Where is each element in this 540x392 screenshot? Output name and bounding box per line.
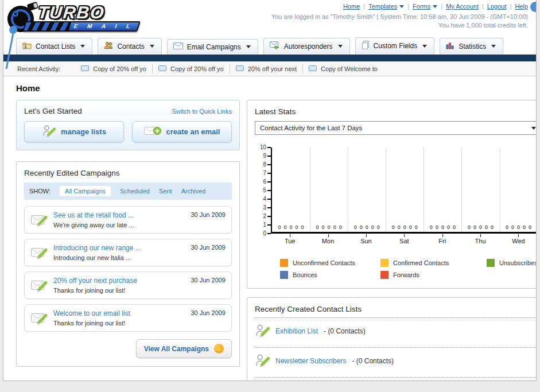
- dotted-divider: [255, 377, 537, 378]
- y-tick-label: 9: [263, 153, 266, 159]
- header-links: Home| Templates| Forms| My Account| Logo…: [343, 3, 528, 10]
- help-bubble-icon[interactable]: [530, 2, 537, 12]
- header-link-forms[interactable]: Forms: [413, 3, 437, 10]
- recent-activity-item[interactable]: Copy of 20% off yo: [153, 64, 230, 73]
- view-all-campaigns-button[interactable]: View All Campaigns →: [136, 339, 232, 358]
- campaign-title-link[interactable]: 20% off your next purchase: [53, 277, 186, 285]
- data-label-group: 00000: [348, 224, 386, 230]
- latest-stats-panel: Latest Stats Contact Activity for the La…: [247, 100, 537, 289]
- chevron-down-icon: [150, 45, 154, 48]
- turbo-pipe-icon: [27, 2, 39, 11]
- envelope-icon: [173, 42, 183, 51]
- envelope-icon: [309, 65, 317, 72]
- envelope-icon: [81, 65, 89, 72]
- filter-sent[interactable]: Sent: [159, 188, 172, 195]
- get-started-panel: Let's Get Started Switch to Quick Links …: [16, 100, 240, 150]
- nav-tab-custom-fields[interactable]: Custom Fields: [355, 37, 435, 55]
- x-tick-label: Wed: [512, 238, 525, 244]
- campaign-card[interactable]: See us at the retail food ...We're givin…: [24, 206, 232, 234]
- legend-swatch: [487, 259, 495, 267]
- header-link-templates[interactable]: Templates: [368, 3, 404, 10]
- nav-tab-autoresponders[interactable]: Autoresponders: [263, 38, 350, 55]
- filter-all-campaigns[interactable]: All Campaigns: [60, 186, 111, 196]
- legend-item: Forwards: [380, 271, 487, 279]
- chevron-down-icon: [531, 127, 536, 130]
- campaign-subtitle: Thanks for joining our list!: [53, 320, 186, 327]
- filter-scheduled[interactable]: Scheduled: [120, 188, 150, 195]
- header-link-home[interactable]: Home: [343, 3, 360, 10]
- nav-tab-contact-lists[interactable]: Contact Lists: [16, 38, 92, 55]
- main-nav: Contact Lists Contacts Email Campaigns A…: [3, 37, 536, 55]
- data-label-group: 00000: [424, 224, 461, 230]
- navy-divider-bar: [3, 55, 536, 61]
- folder-user-icon: [22, 41, 32, 51]
- nav-tab-contacts[interactable]: Contacts: [98, 38, 161, 55]
- campaign-title-link[interactable]: Introducing our new range ...: [53, 244, 186, 252]
- y-tick-label: 1: [263, 222, 266, 228]
- contact-activity-chart: 012345678910 000000000000000000000000000…: [256, 148, 537, 279]
- nav-tab-email-campaigns[interactable]: Email Campaigns: [167, 39, 258, 55]
- envelope-icon: [158, 65, 166, 72]
- campaign-card[interactable]: 20% off your next purchaseThanks for joi…: [24, 271, 232, 299]
- filter-archived[interactable]: Archived: [181, 188, 206, 195]
- legend-swatch: [380, 271, 389, 279]
- chevron-down-icon: [399, 5, 404, 8]
- campaign-date: 30 Jun 2009: [191, 211, 226, 218]
- chart-x-axis: TueMonSunSatFriThuWed: [271, 234, 537, 247]
- manage-lists-button[interactable]: manage lists: [24, 121, 124, 142]
- campaign-date: 30 Jun 2009: [191, 244, 226, 251]
- contact-list-count: - (0 Contacts): [324, 327, 366, 335]
- campaign-card[interactable]: Introducing our new range ...Introducing…: [24, 239, 232, 266]
- campaigns-title: Recently Edited Campaigns: [24, 169, 232, 177]
- campaign-title-link[interactable]: See us at the retail food ...: [53, 211, 186, 219]
- chart-y-axis: 012345678910: [256, 148, 271, 234]
- contact-list-item: Exhibition List - (0 Contacts): [255, 319, 537, 343]
- stats-period-select[interactable]: Contact Activity for the Last 7 Days: [255, 121, 537, 135]
- x-tick-label: Tue: [285, 238, 296, 244]
- recent-activity-item[interactable]: 20% off your next: [230, 64, 303, 73]
- y-tick-label: 4: [263, 196, 266, 202]
- recently-edited-campaigns-panel: Recently Edited Campaigns SHOW: All Camp…: [16, 161, 240, 367]
- latest-stats-title: Latest Stats: [255, 107, 537, 116]
- y-tick-label: 3: [263, 205, 266, 211]
- chevron-down-icon: [433, 5, 437, 8]
- data-label-group: 00000: [500, 224, 537, 230]
- dotted-divider: [255, 317, 537, 318]
- campaign-list: See us at the retail food ...We're givin…: [24, 206, 232, 332]
- show-label: SHOW:: [29, 188, 50, 195]
- contact-lists-title: Recently Created Contact Lists: [255, 305, 537, 313]
- header-link-help[interactable]: Help: [515, 3, 528, 10]
- legend-item: Bounces: [280, 271, 380, 279]
- data-label-group: 00000: [386, 224, 424, 230]
- data-label-group: 00000: [272, 224, 310, 230]
- chevron-down-icon: [491, 45, 496, 48]
- switch-quick-links-link[interactable]: Switch to Quick Links: [172, 108, 232, 115]
- y-tick-label: 0: [263, 231, 266, 236]
- contact-list-link[interactable]: Newsletter Subscribers: [275, 357, 346, 365]
- chevron-down-icon: [338, 45, 343, 48]
- dotted-divider: [255, 347, 537, 348]
- x-tick-label: Thu: [475, 238, 486, 244]
- nav-tab-statistics[interactable]: Statistics: [440, 38, 503, 55]
- campaign-title-link[interactable]: Welcome to our email list: [53, 309, 186, 317]
- page-title: Home: [16, 83, 523, 93]
- recent-activity-label: Recent Activity:: [17, 65, 60, 72]
- legend-item: Confirmed Contacts: [380, 259, 487, 267]
- header-link-logout[interactable]: Logout: [487, 3, 507, 10]
- legend-swatch: [380, 259, 389, 267]
- recent-activity-item[interactable]: Copy of 20% off yo: [75, 64, 153, 73]
- chevron-down-icon: [80, 45, 85, 48]
- logo-stripes: [24, 22, 71, 30]
- status-line-2: You have 1,000 total credits left.: [271, 21, 528, 30]
- x-tick-label: Sun: [360, 238, 372, 244]
- campaign-card[interactable]: Welcome to our email listThanks for join…: [24, 304, 232, 332]
- create-email-button[interactable]: create an email: [132, 121, 232, 142]
- envelope-pencil-icon: [30, 244, 53, 261]
- pages-icon: [362, 41, 370, 51]
- recent-activity-item[interactable]: Copy of Welcome to: [303, 64, 383, 73]
- envelope-plus-icon: [144, 126, 161, 138]
- x-tick-label: Sat: [399, 238, 409, 244]
- y-tick-label: 2: [263, 214, 266, 219]
- header-link-my-account[interactable]: My Account: [446, 3, 479, 10]
- contact-list-link[interactable]: Exhibition List: [275, 327, 318, 335]
